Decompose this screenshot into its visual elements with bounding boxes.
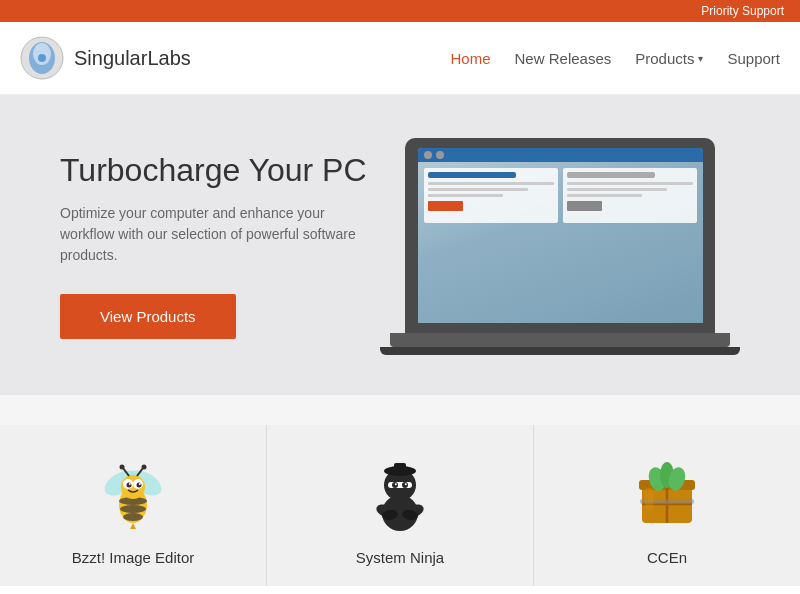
product-name-system-ninja: System Ninja: [356, 549, 444, 566]
svg-marker-21: [130, 523, 136, 529]
svg-point-33: [395, 483, 397, 485]
svg-point-15: [129, 483, 131, 485]
svg-point-13: [127, 483, 132, 488]
product-card-system-ninja[interactable]: System Ninja: [267, 425, 534, 586]
svg-point-9: [123, 513, 143, 521]
products-grid: Bzzt! Image Editor: [0, 425, 800, 586]
header: SingularLabs Home New Releases Products …: [0, 22, 800, 95]
hero-laptop-image: [380, 135, 740, 355]
svg-point-32: [402, 482, 408, 488]
product-name-bzzt: Bzzt! Image Editor: [72, 549, 195, 566]
svg-point-8: [120, 505, 146, 513]
nav-item-home[interactable]: Home: [451, 50, 491, 67]
product-name-ccen: CCEn: [647, 549, 687, 566]
svg-rect-29: [394, 463, 406, 473]
svg-point-31: [392, 482, 398, 488]
system-ninja-icon: [360, 455, 440, 535]
top-bar: Priority Support: [0, 0, 800, 22]
hero-title: Turbocharge Your PC: [60, 152, 380, 189]
logo-area: SingularLabs: [20, 36, 451, 80]
svg-point-16: [139, 483, 141, 485]
main-nav: Home New Releases Products ▾ Support: [451, 50, 780, 67]
product-card-ccen[interactable]: CCEn: [534, 425, 800, 586]
ccen-icon: [627, 455, 707, 535]
products-section: Bzzt! Image Editor: [0, 395, 800, 586]
priority-support-label: Priority Support: [701, 4, 784, 18]
logo-icon: [20, 36, 64, 80]
svg-point-14: [137, 483, 142, 488]
nav-item-new-releases[interactable]: New Releases: [515, 50, 612, 67]
view-products-button[interactable]: View Products: [60, 294, 236, 339]
svg-rect-43: [645, 488, 653, 510]
hero-section: Turbocharge Your PC Optimize your comput…: [0, 95, 800, 395]
svg-point-3: [38, 54, 46, 62]
product-card-bzzt[interactable]: Bzzt! Image Editor: [0, 425, 267, 586]
hero-subtitle: Optimize your computer and enhance your …: [60, 203, 360, 266]
nav-item-products[interactable]: Products ▾: [635, 50, 703, 67]
nav-item-support[interactable]: Support: [727, 50, 780, 67]
svg-point-20: [142, 465, 147, 470]
svg-rect-30: [388, 482, 412, 488]
products-dropdown-chevron: ▾: [698, 53, 703, 64]
bzzt-icon: [93, 455, 173, 535]
svg-point-18: [120, 465, 125, 470]
logo-text: SingularLabs: [74, 47, 191, 70]
hero-content: Turbocharge Your PC Optimize your comput…: [60, 152, 380, 339]
svg-point-34: [405, 483, 407, 485]
